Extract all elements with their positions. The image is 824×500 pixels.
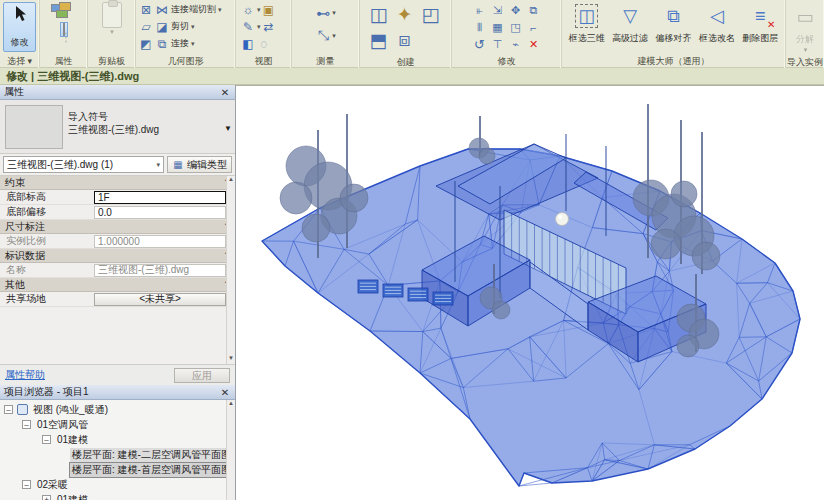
type-selector-row: 三维视图-(三维).dwg (1) ▾ ▦ 编辑类型: [0, 154, 235, 176]
properties-help-link[interactable]: 属性帮助: [5, 368, 45, 382]
offset-icon[interactable]: ⇲: [489, 2, 507, 19]
ribbon-panel-geometry: ⊠ ⋈ 连接端切割▾ ▱ ◪ 剪切▾ ◩ ⧉ 连接▾ 几何图形: [136, 0, 236, 68]
preview-subtitle: 三维视图-(三维).dwg: [68, 123, 235, 136]
expand-icon[interactable]: –: [4, 405, 13, 414]
scroll-up-icon[interactable]: ▲: [227, 176, 235, 185]
rotate-icon[interactable]: ↺: [471, 36, 489, 53]
delete-icon[interactable]: ✕: [525, 36, 543, 53]
advanced-filter-button[interactable]: ▽ 高级过滤: [608, 1, 651, 45]
cutprofile-icon[interactable]: ⇄: [261, 19, 277, 35]
paint-icon: ◩: [138, 36, 154, 52]
create-component-icon[interactable]: ✦: [393, 2, 417, 26]
dimension-icon[interactable]: ⤡: [315, 28, 331, 44]
section-dimensions[interactable]: 尺寸标注⌃: [0, 220, 235, 234]
panel-label-view: 视图: [236, 55, 291, 68]
mode-bar: 修改 | 三维视图-(三维).dwg: [0, 68, 824, 85]
trim-icon[interactable]: ⌐: [525, 19, 543, 36]
expand-icon[interactable]: –: [22, 480, 31, 489]
tree-node-duct[interactable]: – 01空调风管: [0, 417, 226, 432]
cursor-icon: [12, 5, 28, 23]
ribbon-panel-clipboard: ▾ 剪贴板: [88, 0, 136, 68]
expand-icon[interactable]: –: [42, 435, 51, 444]
linework-icon[interactable]: ✎: [240, 19, 256, 35]
prop-row-instance-scale: 实例比例 1.000000: [0, 234, 235, 249]
scroll-down-icon[interactable]: ▼: [227, 355, 235, 364]
expand-icon[interactable]: +: [42, 495, 51, 500]
box-rename-button[interactable]: ◁ 框选改名: [695, 1, 738, 45]
type-properties-icon[interactable]: [51, 2, 77, 20]
join-row[interactable]: ◩ ⧉ 连接▾: [138, 35, 195, 52]
shared-site-button[interactable]: <未共享>: [94, 293, 226, 306]
scale-icon[interactable]: ◳: [507, 19, 525, 36]
panel-label-properties: 属性: [40, 55, 87, 68]
drawing-area[interactable]: [236, 85, 824, 500]
delete-layers-button[interactable]: ≡✕ 删除图层: [739, 1, 782, 45]
align-icon[interactable]: ⫦: [471, 2, 489, 19]
properties-grid: 约束⌃ 底部标高 1F 底部偏移 0.0 尺寸标注⌃ 实例比例 1.000000…: [0, 176, 235, 365]
panel-label-measure: 测量: [292, 55, 359, 68]
explode-button[interactable]: ▭ 分解 ▾: [783, 2, 824, 54]
properties-scrollbar[interactable]: ▲ ▼: [226, 176, 235, 364]
paste-icon[interactable]: [102, 2, 122, 28]
base-level-field[interactable]: 1F: [94, 191, 226, 204]
type-preview: 导入符号 三维视图-(三维).dwg ▼: [0, 100, 235, 154]
preview-expander-icon[interactable]: ▼: [224, 124, 232, 133]
section-other[interactable]: 其他⌃: [0, 278, 235, 292]
ribbon: 修改 选择 ▾ 属性 ▾ 剪贴板 ⊠ ⋈ 连接端切割▾ ▱: [0, 0, 824, 68]
modify-button[interactable]: 修改: [3, 2, 36, 52]
ribbon-panel-properties: 属性: [40, 0, 88, 68]
browser-close-icon[interactable]: ✕: [219, 387, 231, 398]
panel-label-clipboard: 剪贴板: [88, 55, 135, 68]
tree-node-heating[interactable]: – 02采暖: [0, 477, 226, 492]
properties-footer: 属性帮助 应用: [0, 365, 235, 385]
section-constraints[interactable]: 约束⌃: [0, 176, 235, 190]
ribbon-panel-create: ◫ ✦ ◰ ⬒ ⧈ 创建: [360, 0, 452, 68]
tree-leaf-plan-2f[interactable]: 楼层平面: 建模-二层空调风管平面图: [0, 447, 226, 462]
lightbulb-icon[interactable]: ☼: [240, 2, 256, 18]
offset-align-button[interactable]: ⧉ 偏移对齐: [652, 1, 695, 45]
paste-dropdown-arrow[interactable]: ▾: [110, 28, 114, 36]
tree-node-modeling2[interactable]: + 01建模: [0, 492, 226, 500]
mirror-icon[interactable]: ⫴: [471, 19, 489, 36]
ruler-icon[interactable]: ⊷: [315, 5, 331, 21]
tree-node-modeling1[interactable]: – 01建模: [0, 432, 226, 447]
box-select-3d-button[interactable]: ◫ 框选三维: [565, 1, 608, 45]
move-icon[interactable]: ✥: [507, 2, 525, 19]
cope-remove-icon: ⋈: [154, 2, 170, 18]
type-thumbnail: [5, 105, 63, 149]
panel-label-modify: 修改: [452, 55, 561, 68]
prop-row-name: 名称 三维视图-(三维).dwg: [0, 263, 235, 278]
properties-palette-button[interactable]: [60, 22, 68, 37]
graphics-icon[interactable]: ▣: [261, 2, 277, 18]
split-icon[interactable]: ⌁: [507, 36, 525, 53]
base-offset-field[interactable]: 0.0: [94, 206, 226, 219]
panel-label-geometry: 几何图形: [136, 55, 235, 68]
tree-leaf-plan-1f[interactable]: 楼层平面: 建模-首层空调风管平面图: [0, 462, 226, 477]
cut-row[interactable]: ▱ ◪ 剪切▾: [138, 18, 195, 35]
cope-row[interactable]: ⊠ ⋈ 连接端切割▾: [138, 1, 222, 18]
tree-node-views[interactable]: – 视图 (鸿业_暖通): [0, 402, 226, 417]
magnifier-icon[interactable]: ◌: [256, 36, 272, 52]
properties-close-icon[interactable]: ✕: [219, 87, 231, 98]
create-assembly-icon[interactable]: ⬒: [367, 28, 391, 52]
type-selector[interactable]: 三维视图-(三维).dwg (1) ▾: [3, 156, 164, 173]
create-part-icon[interactable]: ◰: [419, 2, 443, 26]
ribbon-panel-import: ▭ 分解 ▾ 导入实例: [786, 0, 824, 68]
array-icon[interactable]: ▦: [489, 19, 507, 36]
browser-title: 项目浏览器 - 项目1: [4, 385, 219, 399]
expand-icon[interactable]: –: [22, 420, 31, 429]
browser-scrollbar[interactable]: ▲: [226, 400, 235, 500]
create-group-icon[interactable]: ⧈: [393, 28, 417, 52]
legend-component-icon[interactable]: ◫: [367, 2, 391, 26]
copy-modify-icon[interactable]: ⧉: [525, 2, 543, 19]
edit-type-button[interactable]: ▦ 编辑类型: [167, 156, 232, 173]
scroll-up-icon[interactable]: ▲: [227, 400, 235, 409]
chevron-down-icon: ▾: [156, 161, 160, 169]
section-identity[interactable]: 标识数据⌃: [0, 249, 235, 263]
panel-label-create: 创建: [360, 56, 451, 68]
ribbon-panel-view: ☼▾ ▣ ✎▾ ⇄ ◧ ◌ 视图: [236, 0, 292, 68]
paintbrush-icon[interactable]: ◧: [240, 36, 256, 52]
pin-icon[interactable]: ⊤: [489, 36, 507, 53]
panel-label-select[interactable]: 选择 ▾: [0, 55, 39, 68]
apply-button[interactable]: 应用: [174, 368, 230, 383]
